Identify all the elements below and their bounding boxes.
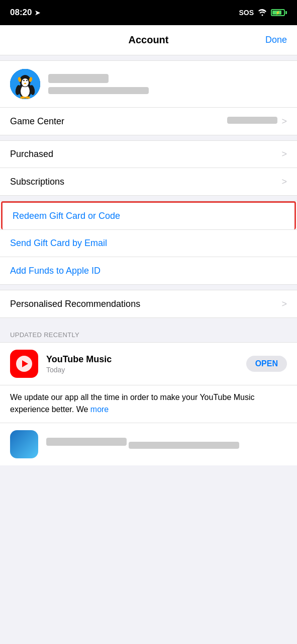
status-right: SOS ⚡ (239, 9, 287, 17)
youtube-music-subtitle: Today (46, 366, 238, 374)
bottom-app-desc-blurred (129, 442, 239, 449)
time-label: 08:20 (10, 8, 32, 18)
bottom-app-row (0, 423, 297, 465)
add-funds-label: Add Funds to Apple ID (10, 266, 101, 276)
personalised-right: > (281, 299, 287, 309)
bottom-app-info (46, 438, 287, 451)
links-section: Redeem Gift Card or Code Send Gift Card … (0, 201, 297, 285)
chevron-right-icon: > (281, 149, 287, 159)
profile-info (48, 74, 149, 94)
chevron-right-icon: > (281, 299, 287, 309)
more-link[interactable]: more (90, 405, 109, 414)
sos-label: SOS (239, 9, 254, 17)
redeem-gift-card-label: Redeem Gift Card or Code (13, 211, 120, 221)
updated-recently-section: UPDATED RECENTLY (0, 323, 297, 342)
subscriptions-label: Subscriptions (10, 177, 64, 187)
game-center-right: > (227, 116, 287, 127)
done-button[interactable]: Done (265, 35, 287, 45)
send-gift-card-row[interactable]: Send Gift Card by Email (0, 230, 297, 257)
location-icon: ➤ (35, 9, 40, 17)
description-text: We update our app all the time in order … (10, 393, 255, 414)
profile-name-blurred (48, 74, 109, 83)
youtube-music-row: YouTube Music Today OPEN (0, 343, 297, 385)
youtube-music-info: YouTube Music Today (46, 354, 238, 374)
nav-header: Account Done (0, 25, 297, 55)
profile-row (0, 61, 297, 108)
svg-point-8 (23, 80, 24, 81)
profile-email-blurred (48, 87, 149, 94)
separator-2 (0, 196, 297, 201)
open-button[interactable]: OPEN (246, 356, 287, 372)
svg-point-9 (26, 80, 27, 81)
bottom-app-icon (10, 430, 38, 458)
bottom-app-name-blurred (46, 438, 127, 446)
svg-point-15 (20, 97, 25, 99)
battery-icon: ⚡ (271, 9, 287, 16)
subscriptions-right: > (281, 177, 287, 187)
separator-1 (0, 135, 297, 140)
status-time: 08:20 ➤ (10, 8, 40, 18)
youtube-music-name: YouTube Music (46, 354, 238, 365)
game-center-label: Game Center (10, 116, 64, 127)
personalised-label: Personalised Recommendations (10, 299, 140, 309)
page-title: Account (129, 34, 169, 46)
status-bar: 08:20 ➤ SOS ⚡ (0, 0, 297, 25)
nav-section: Purchased > Subscriptions > (0, 140, 297, 196)
youtube-music-icon (10, 350, 38, 378)
purchased-row[interactable]: Purchased > (0, 141, 297, 168)
personalised-row[interactable]: Personalised Recommendations > (0, 290, 297, 317)
app-section: YouTube Music Today OPEN We update our a… (0, 342, 297, 465)
personalised-section: Personalised Recommendations > (0, 290, 297, 318)
purchased-right: > (281, 149, 287, 159)
wifi-icon (258, 9, 267, 16)
avatar (10, 69, 40, 99)
app-description: We update our app all the time in order … (0, 385, 297, 423)
chevron-right-icon: > (281, 177, 287, 187)
profile-section: Game Center > (0, 60, 297, 135)
game-center-row[interactable]: Game Center > (0, 108, 297, 135)
add-funds-row[interactable]: Add Funds to Apple ID (0, 257, 297, 284)
updated-recently-label: UPDATED RECENTLY (10, 331, 79, 339)
svg-point-16 (25, 97, 30, 99)
redeem-gift-card-row[interactable]: Redeem Gift Card or Code (1, 201, 296, 229)
redeem-row-wrapper: Redeem Gift Card or Code (0, 201, 297, 230)
separator-4 (0, 318, 297, 323)
send-gift-card-label: Send Gift Card by Email (10, 238, 107, 249)
chevron-right-icon: > (281, 116, 287, 127)
game-center-value-blurred (227, 117, 277, 124)
purchased-label: Purchased (10, 149, 53, 159)
subscriptions-row[interactable]: Subscriptions > (0, 168, 297, 195)
separator-3 (0, 285, 297, 290)
game-center-value (227, 117, 277, 126)
